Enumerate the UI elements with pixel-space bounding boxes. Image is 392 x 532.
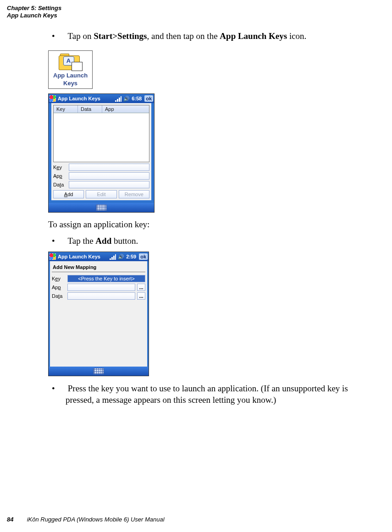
- button-row: Add Edit Remove: [53, 190, 149, 198]
- step2-post: button.: [111, 236, 138, 246]
- step-3: • Press the key you want to use to launc…: [48, 383, 378, 406]
- signal-icon[interactable]: [110, 253, 116, 260]
- list-header: Key Data App: [54, 105, 149, 113]
- step2-pre: Tap the: [67, 236, 95, 246]
- remove-button: Remove: [119, 190, 149, 198]
- icon-label-1: App Launch: [53, 72, 88, 79]
- page-content: • Tap on Start>Settings, and then tap on…: [48, 30, 378, 406]
- bullet-dot: •: [52, 235, 66, 247]
- step-1: • Tap on Start>Settings, and then tap on…: [48, 30, 378, 42]
- add-key-field[interactable]: <Press the Key to insert>: [67, 275, 145, 282]
- page-footer: 84 iKôn Rugged PDA (Windows Mobile 6) Us…: [7, 516, 165, 523]
- col-key[interactable]: Key: [54, 105, 78, 113]
- add-app-field[interactable]: [67, 284, 135, 291]
- page-number: 84: [7, 516, 25, 523]
- step-2: • Tap the Add button.: [48, 235, 378, 247]
- wm2-bottombar: [49, 367, 149, 376]
- wm-title: App Launch Keys: [58, 96, 113, 101]
- browse-data-button[interactable]: ...: [137, 292, 145, 300]
- add-mapping-title: Add New Mapping: [52, 263, 145, 272]
- step1-text-post: icon.: [287, 31, 306, 41]
- clock: 2:59: [126, 254, 136, 259]
- wm2-title: App Launch Keys: [58, 254, 108, 259]
- key-row: Key: [53, 164, 149, 171]
- wm-bottombar: [49, 203, 154, 212]
- key-label: Key: [53, 165, 67, 170]
- col-data[interactable]: Data: [78, 105, 102, 113]
- step1-text-mid: , and then tap on the: [147, 31, 220, 41]
- add-data-row: Data ...: [52, 292, 145, 300]
- add-key-label: Key: [52, 276, 66, 281]
- browse-app-button[interactable]: ...: [137, 284, 145, 291]
- assign-intro: To assign an application key:: [48, 219, 378, 230]
- keyboard-icon[interactable]: [96, 204, 107, 211]
- add-app-label: App: [52, 285, 66, 290]
- ok-button[interactable]: ok: [139, 253, 148, 260]
- add-button[interactable]: Add: [53, 190, 84, 198]
- add-app-row: App ...: [52, 284, 145, 291]
- icon-label-2: Keys: [53, 80, 88, 87]
- running-head-line2: App Launch Keys: [7, 12, 378, 19]
- data-label: Data: [53, 182, 67, 187]
- edit-button: Edit: [86, 190, 116, 198]
- signal-icon[interactable]: [115, 95, 121, 102]
- volume-icon[interactable]: [118, 253, 124, 260]
- app-row: App: [53, 172, 149, 180]
- step1-bold1: Start>Settings: [94, 31, 147, 41]
- add-data-field[interactable]: [67, 292, 135, 300]
- running-head-line1: Chapter 5: Settings: [7, 5, 378, 12]
- data-field[interactable]: [69, 181, 149, 188]
- app-field[interactable]: [69, 172, 149, 180]
- bullet-dot: •: [52, 30, 66, 42]
- wm2-client: Add New Mapping Key <Press the Key to in…: [49, 261, 149, 367]
- wm2-titlebar: App Launch Keys 2:59 ok: [49, 252, 149, 261]
- screenshot-add-new-mapping: App Launch Keys 2:59 ok Add New Mapping …: [48, 252, 149, 376]
- folder-icon: A: [59, 54, 83, 71]
- windows-flag-icon[interactable]: [50, 95, 56, 102]
- wm-titlebar: App Launch Keys 6:58 ok: [49, 94, 154, 103]
- step3-text: Press the key you want to use to launch …: [66, 384, 348, 405]
- data-row: Data: [53, 181, 149, 188]
- add-key-row: Key <Press the Key to insert>: [52, 275, 145, 282]
- key-field[interactable]: [69, 164, 149, 171]
- keyboard-icon[interactable]: [93, 368, 104, 374]
- step1-bold2: App Launch Keys: [220, 31, 287, 41]
- volume-icon[interactable]: [123, 95, 130, 102]
- step1-text-pre: Tap on: [67, 31, 94, 41]
- windows-flag-icon[interactable]: [50, 253, 56, 260]
- bullet-dot: •: [52, 383, 66, 395]
- mapping-list[interactable]: Key Data App: [53, 105, 149, 162]
- step2-bold: Add: [95, 236, 111, 246]
- app-label: App: [53, 173, 67, 179]
- add-data-label: Data: [52, 293, 66, 299]
- wm-client: Key Data App Key App Data Add Edit Remov: [49, 103, 154, 203]
- clock: 6:58: [132, 96, 142, 101]
- col-app[interactable]: App: [102, 105, 149, 113]
- ok-button[interactable]: ok: [144, 95, 153, 102]
- footer-title: iKôn Rugged PDA (Windows Mobile 6) User …: [27, 516, 165, 523]
- app-launch-keys-icon-figure: A App Launch Keys: [48, 50, 93, 89]
- screenshot-app-launch-keys-main: App Launch Keys 6:58 ok Key Data App Key…: [48, 93, 155, 213]
